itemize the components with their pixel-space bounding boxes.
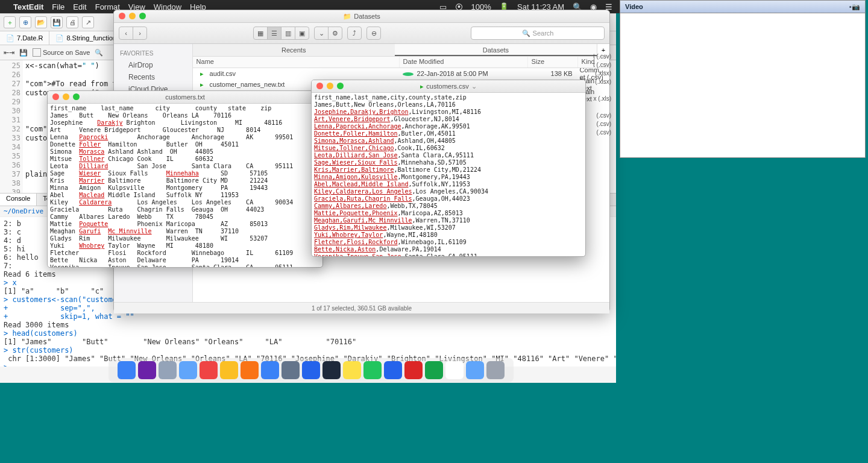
macos-dock (108, 358, 514, 382)
tab-recents[interactable]: Recents (193, 44, 395, 56)
file-row[interactable]: ▸audit.csv22-Jan-2018 at 5:00 PM138 KBCo… (193, 68, 609, 79)
icon-view-button[interactable]: ▦ (254, 27, 268, 39)
dock-app-18[interactable] (486, 361, 505, 379)
dock-app-15[interactable] (425, 361, 443, 379)
tab-console[interactable]: Console (0, 194, 37, 206)
video-window[interactable]: Video ▪📷 (620, 0, 866, 158)
zoom-button[interactable] (139, 13, 146, 19)
csv-file-icon: ▸ (420, 83, 424, 90)
dock-app-9[interactable] (302, 361, 320, 379)
video-titlebar[interactable]: Video ▪📷 (620, 1, 865, 13)
dock-app-14[interactable] (404, 361, 423, 379)
dock-app-16[interactable] (445, 361, 464, 379)
file-icon: ▸ (197, 81, 207, 89)
open-file-button[interactable]: 📂 (35, 16, 47, 28)
close-button[interactable] (119, 13, 125, 19)
file-icon: ▸ (197, 70, 207, 78)
zoom-button[interactable] (73, 93, 80, 100)
arrange-button[interactable]: ⌄ (315, 27, 329, 39)
r-file-icon: 📄 (55, 34, 64, 42)
sidebar-header: Favorites (114, 48, 192, 59)
menu-edit[interactable]: Edit (73, 2, 86, 11)
textedit-title: customers.csv (426, 83, 468, 90)
folder-icon: 📁 (343, 13, 351, 20)
camera-icon[interactable]: ▪📷 (849, 3, 860, 11)
dock-app-1[interactable] (138, 361, 156, 379)
tab-label: 7.Date.R (17, 34, 43, 42)
show-doc-button[interactable]: ⇤⇥ (4, 49, 14, 57)
back-button[interactable]: ‹ (119, 27, 133, 39)
finder-titlebar[interactable]: 📁 Datasets (114, 10, 609, 23)
zoom-button[interactable] (337, 83, 344, 89)
finder-toolbar: ‹ › ▦ ☰ ▥ ▣ ⌄ ⚙ ⤴ ⊖ 🔍Search (114, 23, 609, 44)
col-name[interactable]: Name (193, 57, 400, 68)
minimize-button[interactable] (63, 93, 69, 100)
column-headers: Name Date Modified Size Kind (193, 57, 609, 68)
group-arrange: ⌄ ⚙ (314, 27, 342, 40)
finder-tabbar: Recents Datasets + (193, 44, 609, 57)
textedit-title: customers.txt (165, 93, 204, 101)
column-view-button[interactable]: ▥ (281, 27, 295, 39)
dropdown-icon[interactable]: ⌄ (471, 83, 477, 90)
menu-file[interactable]: File (52, 2, 64, 11)
dock-app-5[interactable] (220, 361, 238, 379)
new-file-button[interactable]: ＋ (4, 16, 16, 28)
textedit-titlebar[interactable]: customers.txt (48, 91, 322, 104)
tags-button[interactable]: ⊖ (367, 27, 380, 39)
col-modified[interactable]: Date Modified (400, 57, 528, 68)
goto-button[interactable]: ↗ (82, 16, 94, 28)
finder-status: 1 of 17 selected, 360.51 GB available (114, 302, 609, 313)
view-mode: ▦ ☰ ▥ ▣ (253, 27, 309, 40)
share-button[interactable]: ⤴ (348, 27, 361, 39)
sidebar-airdrop[interactable]: AirDrop (114, 59, 192, 71)
minimize-button[interactable] (129, 13, 136, 19)
r-file-icon: 📄 (6, 34, 14, 42)
save-src-button[interactable]: 💾 (19, 49, 28, 57)
tab-7-date[interactable]: 📄7.Date.R (0, 31, 49, 45)
line-numbers: 25 26 27 28 29 30 31 32 33 34 35 36 37 3… (0, 60, 23, 193)
dock-app-4[interactable] (200, 361, 218, 379)
dock-app-8[interactable] (281, 361, 300, 379)
search-placeholder: Search (533, 30, 554, 37)
text-content[interactable]: first_name last_name city county state z… (48, 104, 322, 268)
action-button[interactable]: ⚙ (329, 27, 342, 39)
dock-app-17[interactable] (466, 361, 484, 379)
search-icon: 🔍 (522, 30, 530, 37)
find-button[interactable]: 🔍 (95, 49, 103, 57)
dock-app-3[interactable] (179, 361, 197, 379)
traffic-lights (119, 13, 146, 19)
textedit-customers-csv[interactable]: ▸ customers.csv ⌄ first_name,last_name,c… (311, 80, 586, 257)
background (0, 382, 868, 463)
gallery-view-button[interactable]: ▣ (295, 27, 309, 39)
overflow-kind-column: t (.csv)t (.csv)(.xlsx)(.xlsx)x (.xls)(.… (585, 53, 614, 137)
finder-search[interactable]: 🔍Search (471, 27, 605, 40)
dock-app-7[interactable] (261, 361, 279, 379)
save-button[interactable]: 💾 (51, 16, 63, 28)
dock-app-10[interactable] (322, 361, 341, 379)
print-button[interactable]: 🖨 (66, 16, 78, 28)
dock-app-0[interactable] (118, 361, 136, 379)
dock-app-11[interactable] (343, 361, 361, 379)
dock-app-2[interactable] (159, 361, 177, 379)
dock-app-13[interactable] (384, 361, 402, 379)
csv-content[interactable]: first_name,last_name,city,county,state,z… (312, 93, 585, 257)
dock-app-12[interactable] (363, 361, 382, 379)
source-on-save-checkbox[interactable]: Source on Save (33, 48, 90, 57)
finder-title: Datasets (354, 13, 380, 20)
close-button[interactable] (52, 93, 59, 100)
minimize-button[interactable] (327, 83, 333, 89)
tab-datasets[interactable]: Datasets (395, 44, 597, 56)
dock-app-6[interactable] (241, 361, 259, 379)
close-button[interactable] (316, 83, 323, 89)
textedit-customers-txt[interactable]: customers.txt first_name last_name city … (47, 90, 323, 268)
app-name[interactable]: TextEdit (13, 2, 43, 11)
new-project-button[interactable]: ⊕ (19, 16, 31, 28)
sidebar-recents[interactable]: Recents (114, 71, 192, 83)
forward-button[interactable]: › (133, 27, 146, 39)
nav-buttons: ‹ › (119, 27, 147, 40)
video-title: Video (625, 3, 643, 10)
list-view-button[interactable]: ☰ (268, 27, 281, 39)
checkbox-label: Source on Save (43, 49, 90, 56)
textedit-titlebar[interactable]: ▸ customers.csv ⌄ (312, 80, 585, 93)
col-size[interactable]: Size (528, 57, 578, 68)
